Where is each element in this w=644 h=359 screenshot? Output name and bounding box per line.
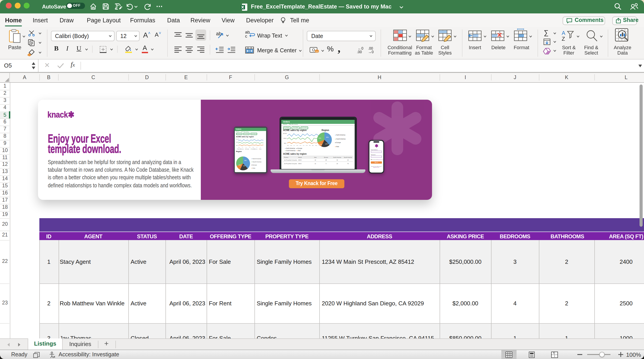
svg-text:Feb: Feb [249,147,250,148]
svg-text:$50K: $50K [236,142,238,143]
svg-text:Aug: Aug [238,147,240,148]
svg-text:Oct: Oct [242,147,243,148]
svg-text:$100K: $100K [236,139,239,140]
svg-text:Apr: Apr [252,147,254,148]
svg-text:$0K: $0K [284,142,286,144]
svg-text:Feb: Feb [306,145,308,146]
svg-text:→0: →0 [368,50,374,54]
svg-text:Jun: Jun [256,147,257,148]
svg-text:.00: .00 [357,50,362,54]
svg-text:←0: ←0 [358,46,363,50]
svg-text:Jul: Jul [260,147,260,148]
svg-text:.00: .00 [368,46,373,50]
svg-text:Nov: Nov [296,145,298,146]
svg-text:Mar: Mar [309,145,311,146]
svg-text:Z: Z [562,36,565,42]
svg-text:Aug: Aug [287,145,289,146]
svg-text:A: A [562,30,565,36]
svg-text:Jan: Jan [303,145,304,146]
svg-text:$50K: $50K [284,138,287,139]
svg-text:Apr: Apr [312,145,314,146]
svg-text:Oct: Oct [294,145,295,146]
svg-text:May: May [315,145,317,146]
svg-text:Dec: Dec [245,147,247,148]
svg-text:$0K: $0K [236,145,238,146]
svg-text:Sep: Sep [290,145,292,146]
svg-text:Dec: Dec [300,145,302,146]
svg-text:$100K: $100K [283,133,287,134]
